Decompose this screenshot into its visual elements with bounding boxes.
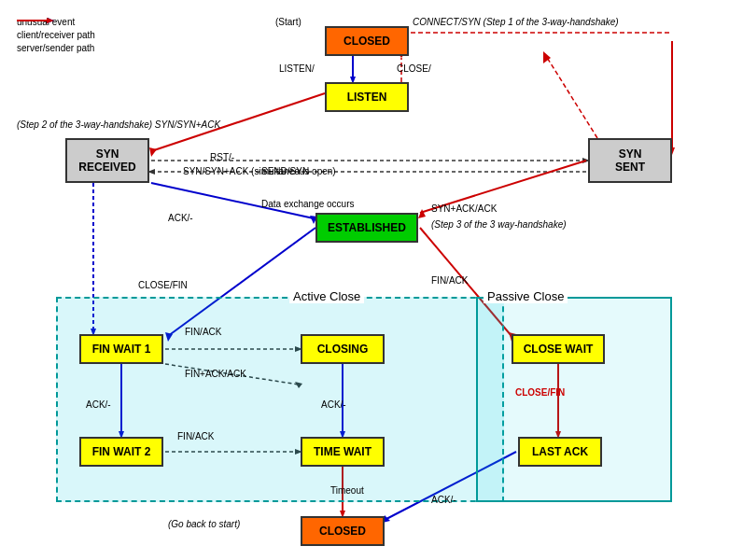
fin-ack-fw2-label: FIN/ACK	[177, 431, 214, 441]
ack-closing-label: ACK/-	[321, 399, 346, 410]
svg-marker-14	[149, 147, 157, 157]
time-wait-state: TIME WAIT	[301, 437, 385, 467]
step3-label: (Step 3 of the 3 way-handshake)	[431, 219, 567, 230]
close-arrow-label: CLOSE/	[397, 63, 431, 74]
fin-ack-top-label: FIN/ACK	[431, 275, 468, 286]
tcp-diagram: unusual event client/receiver path serve…	[0, 0, 743, 560]
active-close-region	[56, 297, 504, 502]
fin-wait-1-state: FIN WAIT 1	[79, 334, 163, 364]
ack-label: ACK/-	[168, 213, 193, 223]
ack-last-label: ACK/-	[431, 495, 456, 505]
established-state: ESTABLISHED	[315, 213, 418, 243]
connect-syn-label: CONNECT/SYN (Step 1 of the 3-way-handsha…	[413, 17, 619, 27]
syn-sent-state: SYNSENT	[588, 138, 672, 183]
closed-top-state: CLOSED	[325, 26, 409, 56]
legend-unusual: unusual event	[17, 17, 75, 27]
go-back-label: (Go back to start)	[168, 519, 240, 529]
listen-arrow-label: LISTEN/	[279, 63, 315, 74]
timeout-label: Timeout	[330, 485, 364, 496]
legend-client: client/receiver path	[17, 30, 95, 40]
svg-line-7	[546, 56, 597, 138]
svg-marker-22	[418, 209, 426, 218]
legend-server: server/sender path	[17, 43, 94, 53]
last-ack-state: LAST ACK	[518, 437, 602, 467]
syn-received-state: SYNRECEIVED	[65, 138, 149, 183]
closed-bottom-state: CLOSED	[301, 516, 385, 546]
syn-syn-ack2-label: SYN/SYN+ACK (simultaneous open)	[183, 166, 336, 176]
step2-label: (Step 2 of the 3-way-handshake) SYN/SYN+…	[17, 119, 220, 130]
fin-wait-2-state: FIN WAIT 2	[79, 437, 163, 467]
passive-close-label: Passive Close	[484, 289, 568, 303]
svg-marker-8	[543, 51, 551, 63]
listen-state: LISTEN	[325, 82, 409, 112]
close-fin2-label: CLOSE/FIN	[515, 387, 565, 398]
close-fin-label: CLOSE/FIN	[138, 280, 188, 290]
closing-state: CLOSING	[301, 334, 385, 364]
fin-ack-closing-label: FIN/ACK	[185, 327, 221, 337]
data-exchange-label: Data exchange occurs	[261, 199, 355, 209]
legend: unusual event client/receiver path serve…	[17, 17, 95, 56]
close-wait-state: CLOSE WAIT	[512, 334, 605, 364]
start-label: (Start)	[275, 17, 301, 27]
passive-close-region	[476, 297, 672, 502]
syn-ack-ack-label: SYN+ACK/ACK	[431, 203, 497, 214]
active-close-label: Active Close	[289, 289, 364, 303]
rst-label: RST/-	[210, 152, 234, 162]
fin-plus-ack-label: FIN+ACK/ACK	[185, 369, 246, 379]
ack-fw1-label: ACK/-	[86, 399, 111, 410]
